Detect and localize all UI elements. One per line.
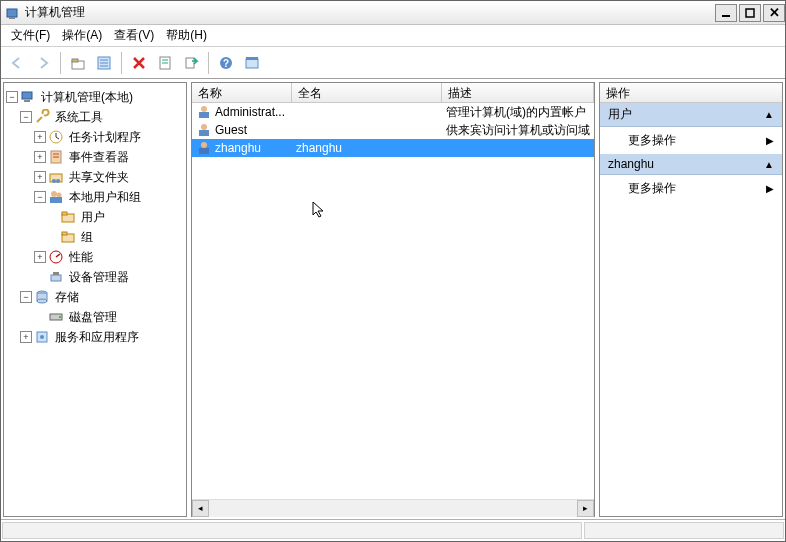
scroll-track[interactable] [209, 500, 577, 517]
menu-action[interactable]: 操作(A) [56, 24, 108, 47]
tree-services-apps[interactable]: + 服务和应用程序 [4, 327, 186, 347]
svg-rect-16 [246, 59, 258, 68]
minimize-button[interactable] [715, 4, 737, 22]
tree-root[interactable]: − 计算机管理(本地) [4, 87, 186, 107]
svg-point-41 [59, 316, 61, 318]
table-row[interactable]: zhanghu zhanghu [192, 139, 594, 157]
forward-button[interactable] [31, 51, 55, 75]
actions-header: 操作 [600, 83, 782, 103]
back-button[interactable] [5, 51, 29, 75]
actions-pane: 操作 用户 ▲ 更多操作 ▶ zhanghu ▲ 更多操作 ▶ [599, 82, 783, 517]
svg-point-43 [40, 335, 44, 339]
filter-button[interactable] [153, 51, 177, 75]
table-row[interactable]: Administrat... 管理计算机(域)的内置帐户 [192, 103, 594, 121]
scroll-right-button[interactable]: ▸ [577, 500, 594, 517]
expand-icon[interactable]: + [34, 131, 46, 143]
navigation-tree: − 计算机管理(本地) − 系统工具 + 任务计划程序 + 事件 [4, 85, 186, 514]
tree-storage[interactable]: − 存储 [4, 287, 186, 307]
user-icon [196, 104, 212, 120]
column-name[interactable]: 名称 [192, 83, 292, 102]
svg-rect-49 [199, 148, 209, 154]
column-fullname[interactable]: 全名 [292, 83, 442, 102]
performance-icon [48, 249, 64, 265]
svg-rect-45 [199, 112, 209, 118]
menubar: 文件(F) 操作(A) 查看(V) 帮助(H) [1, 25, 785, 47]
action-group-label: zhanghu [608, 157, 654, 171]
services-icon [34, 329, 50, 345]
app-icon [5, 5, 21, 21]
collapse-icon: ▲ [764, 109, 774, 120]
expand-icon[interactable]: + [34, 251, 46, 263]
properties-button[interactable] [92, 51, 116, 75]
tree-item-label: 本地用户和组 [67, 188, 143, 207]
maximize-button[interactable] [739, 4, 761, 22]
collapse-icon: ▲ [764, 159, 774, 170]
list-header: 名称 全名 描述 [192, 83, 594, 103]
tree-groups-folder[interactable]: 组 [4, 227, 186, 247]
help-button[interactable]: ? [214, 51, 238, 75]
svg-point-44 [201, 106, 207, 112]
menu-help[interactable]: 帮助(H) [160, 24, 213, 47]
tree-disk-management[interactable]: 磁盘管理 [4, 307, 186, 327]
action-more-operations[interactable]: 更多操作 ▶ [600, 127, 782, 154]
window-controls: ✕ [713, 4, 785, 22]
cell-name: zhanghu [215, 141, 261, 155]
svg-point-48 [201, 142, 207, 148]
tree-item-label: 用户 [79, 208, 107, 227]
expand-icon[interactable]: + [34, 171, 46, 183]
column-description[interactable]: 描述 [442, 83, 594, 102]
statusbar [1, 519, 785, 541]
list-pane: 名称 全名 描述 Administrat... 管理计算机(域)的内置帐户 Gu… [191, 82, 595, 517]
delete-button[interactable] [127, 51, 151, 75]
action-more-operations[interactable]: 更多操作 ▶ [600, 175, 782, 202]
svg-rect-3 [746, 9, 754, 17]
horizontal-scrollbar[interactable]: ◂ ▸ [192, 499, 594, 516]
expand-icon[interactable]: + [20, 331, 32, 343]
menu-file[interactable]: 文件(F) [5, 24, 56, 47]
svg-text:?: ? [223, 58, 229, 69]
tree-users-folder[interactable]: 用户 [4, 207, 186, 227]
table-row[interactable]: Guest 供来宾访问计算机或访问域 [192, 121, 594, 139]
toolbar-separator [208, 52, 209, 74]
collapse-icon[interactable]: − [34, 191, 46, 203]
close-button[interactable]: ✕ [763, 4, 785, 22]
up-button[interactable] [66, 51, 90, 75]
menu-view[interactable]: 查看(V) [108, 24, 160, 47]
tree-event-viewer[interactable]: + 事件查看器 [4, 147, 186, 167]
action-item-label: 更多操作 [628, 180, 676, 197]
action-group-selected[interactable]: zhanghu ▲ [600, 154, 782, 175]
svg-point-25 [52, 179, 56, 183]
scroll-left-button[interactable]: ◂ [192, 500, 209, 517]
collapse-icon[interactable]: − [20, 111, 32, 123]
cell-name: Administrat... [215, 105, 285, 119]
tree-shared-folders[interactable]: + 共享文件夹 [4, 167, 186, 187]
svg-rect-24 [50, 174, 62, 182]
tree-system-tools[interactable]: − 系统工具 [4, 107, 186, 127]
tree-item-label: 任务计划程序 [67, 128, 143, 147]
collapse-icon[interactable]: − [6, 91, 18, 103]
tree-root-label: 计算机管理(本地) [39, 88, 135, 107]
folder-icon [60, 229, 76, 245]
svg-rect-13 [186, 58, 194, 68]
export-button[interactable] [179, 51, 203, 75]
action-group-users[interactable]: 用户 ▲ [600, 103, 782, 127]
list-body: Administrat... 管理计算机(域)的内置帐户 Guest 供来宾访问… [192, 103, 594, 499]
collapse-icon[interactable]: − [20, 291, 32, 303]
status-cell [2, 522, 582, 539]
cell-description: 供来宾访问计算机或访问域 [446, 122, 590, 139]
tree-local-users[interactable]: − 本地用户和组 [4, 187, 186, 207]
tree-device-manager[interactable]: 设备管理器 [4, 267, 186, 287]
shared-folder-icon [48, 169, 64, 185]
cursor-icon [312, 201, 326, 219]
folder-icon [60, 209, 76, 225]
tree-item-label: 服务和应用程序 [53, 328, 141, 347]
tree-performance[interactable]: + 性能 [4, 247, 186, 267]
expand-icon[interactable]: + [34, 151, 46, 163]
refresh-button[interactable] [240, 51, 264, 75]
titlebar: 计算机管理 ✕ [1, 1, 785, 25]
toolbar: ? [1, 47, 785, 79]
svg-rect-1 [9, 17, 15, 19]
svg-rect-47 [199, 130, 209, 136]
tree-task-scheduler[interactable]: + 任务计划程序 [4, 127, 186, 147]
tree-item-label: 性能 [67, 248, 95, 267]
